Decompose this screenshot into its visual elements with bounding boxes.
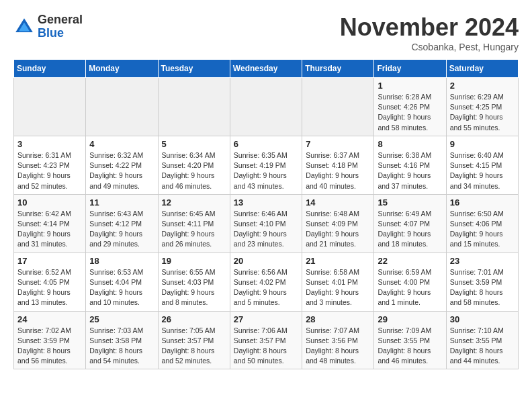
day-info: Sunrise: 6:55 AM Sunset: 4:03 PM Dayligh… <box>162 267 226 308</box>
header-cell-monday: Monday <box>86 60 158 78</box>
calendar-cell: 28Sunrise: 7:07 AM Sunset: 3:56 PM Dayli… <box>302 311 374 369</box>
day-info: Sunrise: 7:01 AM Sunset: 3:59 PM Dayligh… <box>450 267 515 308</box>
day-info: Sunrise: 6:46 AM Sunset: 4:10 PM Dayligh… <box>234 209 298 250</box>
calendar-cell: 15Sunrise: 6:49 AM Sunset: 4:07 PM Dayli… <box>374 194 446 253</box>
day-info: Sunrise: 6:45 AM Sunset: 4:11 PM Dayligh… <box>162 209 226 250</box>
calendar-cell: 11Sunrise: 6:43 AM Sunset: 4:12 PM Dayli… <box>86 194 158 253</box>
day-number: 19 <box>162 256 226 266</box>
calendar-week-row: 3Sunrise: 6:31 AM Sunset: 4:23 PM Daylig… <box>14 136 519 194</box>
day-number: 2 <box>450 81 515 91</box>
header-cell-wednesday: Wednesday <box>230 60 302 78</box>
day-info: Sunrise: 6:32 AM Sunset: 4:22 PM Dayligh… <box>89 150 154 191</box>
day-info: Sunrise: 6:50 AM Sunset: 4:06 PM Dayligh… <box>450 209 515 250</box>
calendar-cell: 29Sunrise: 7:09 AM Sunset: 3:55 PM Dayli… <box>374 311 446 369</box>
calendar-cell: 12Sunrise: 6:45 AM Sunset: 4:11 PM Dayli… <box>158 194 230 253</box>
day-number: 1 <box>378 81 442 91</box>
calendar-week-row: 17Sunrise: 6:52 AM Sunset: 4:05 PM Dayli… <box>14 253 519 311</box>
header-cell-thursday: Thursday <box>302 60 374 78</box>
day-number: 25 <box>89 314 154 324</box>
day-number: 9 <box>450 139 515 149</box>
day-number: 26 <box>162 314 226 324</box>
day-info: Sunrise: 6:38 AM Sunset: 4:16 PM Dayligh… <box>378 150 442 191</box>
calendar-cell: 30Sunrise: 7:10 AM Sunset: 3:55 PM Dayli… <box>446 311 518 369</box>
day-info: Sunrise: 6:29 AM Sunset: 4:25 PM Dayligh… <box>450 92 515 133</box>
day-info: Sunrise: 6:37 AM Sunset: 4:18 PM Dayligh… <box>306 150 370 191</box>
calendar-week-row: 24Sunrise: 7:02 AM Sunset: 3:59 PM Dayli… <box>14 311 519 369</box>
day-info: Sunrise: 6:34 AM Sunset: 4:20 PM Dayligh… <box>162 150 226 191</box>
day-number: 14 <box>306 197 370 208</box>
calendar-cell: 3Sunrise: 6:31 AM Sunset: 4:23 PM Daylig… <box>14 136 86 194</box>
day-number: 6 <box>234 139 298 149</box>
day-info: Sunrise: 6:56 AM Sunset: 4:02 PM Dayligh… <box>234 267 298 308</box>
calendar-cell: 10Sunrise: 6:42 AM Sunset: 4:14 PM Dayli… <box>14 194 86 253</box>
calendar-cell: 4Sunrise: 6:32 AM Sunset: 4:22 PM Daylig… <box>86 136 158 194</box>
day-number: 16 <box>450 197 515 208</box>
day-number: 22 <box>378 256 442 266</box>
day-info: Sunrise: 7:05 AM Sunset: 3:57 PM Dayligh… <box>162 326 226 367</box>
day-number: 4 <box>89 139 154 149</box>
calendar-cell <box>230 78 302 136</box>
day-info: Sunrise: 6:49 AM Sunset: 4:07 PM Dayligh… <box>378 209 442 250</box>
calendar-cell: 26Sunrise: 7:05 AM Sunset: 3:57 PM Dayli… <box>158 311 230 369</box>
day-info: Sunrise: 7:06 AM Sunset: 3:57 PM Dayligh… <box>234 326 298 367</box>
day-number: 20 <box>234 256 298 266</box>
calendar-cell: 9Sunrise: 6:40 AM Sunset: 4:15 PM Daylig… <box>446 136 518 194</box>
day-info: Sunrise: 6:53 AM Sunset: 4:04 PM Dayligh… <box>89 267 154 308</box>
calendar-cell: 18Sunrise: 6:53 AM Sunset: 4:04 PM Dayli… <box>86 253 158 311</box>
calendar-header-row: SundayMondayTuesdayWednesdayThursdayFrid… <box>14 60 519 78</box>
day-number: 17 <box>17 256 82 266</box>
day-number: 7 <box>306 139 370 149</box>
header: General Blue November 2024 Csobanka, Pes… <box>13 13 519 52</box>
header-cell-sunday: Sunday <box>14 60 86 78</box>
calendar-cell: 8Sunrise: 6:38 AM Sunset: 4:16 PM Daylig… <box>374 136 446 194</box>
calendar-cell <box>158 78 230 136</box>
day-number: 23 <box>450 256 515 266</box>
calendar-cell: 16Sunrise: 6:50 AM Sunset: 4:06 PM Dayli… <box>446 194 518 253</box>
calendar-cell: 1Sunrise: 6:28 AM Sunset: 4:26 PM Daylig… <box>374 78 446 136</box>
calendar-cell <box>302 78 374 136</box>
day-info: Sunrise: 6:48 AM Sunset: 4:09 PM Dayligh… <box>306 209 370 250</box>
day-number: 3 <box>17 139 82 149</box>
calendar-cell: 24Sunrise: 7:02 AM Sunset: 3:59 PM Dayli… <box>14 311 86 369</box>
day-info: Sunrise: 7:02 AM Sunset: 3:59 PM Dayligh… <box>17 326 82 367</box>
logo-text: General Blue <box>38 13 83 40</box>
calendar-cell: 17Sunrise: 6:52 AM Sunset: 4:05 PM Dayli… <box>14 253 86 311</box>
day-number: 13 <box>234 197 298 208</box>
day-number: 27 <box>234 314 298 324</box>
calendar-cell: 19Sunrise: 6:55 AM Sunset: 4:03 PM Dayli… <box>158 253 230 311</box>
day-info: Sunrise: 6:35 AM Sunset: 4:19 PM Dayligh… <box>234 150 298 191</box>
location-title: Csobanka, Pest, Hungary <box>340 42 519 52</box>
calendar-cell: 22Sunrise: 6:59 AM Sunset: 4:00 PM Dayli… <box>374 253 446 311</box>
day-info: Sunrise: 6:40 AM Sunset: 4:15 PM Dayligh… <box>450 150 515 191</box>
calendar-cell: 23Sunrise: 7:01 AM Sunset: 3:59 PM Dayli… <box>446 253 518 311</box>
day-number: 21 <box>306 256 370 266</box>
day-info: Sunrise: 6:31 AM Sunset: 4:23 PM Dayligh… <box>17 150 82 191</box>
header-cell-saturday: Saturday <box>446 60 518 78</box>
day-number: 15 <box>378 197 442 208</box>
day-info: Sunrise: 7:03 AM Sunset: 3:58 PM Dayligh… <box>89 326 154 367</box>
day-number: 18 <box>89 256 154 266</box>
calendar-cell <box>14 78 86 136</box>
header-cell-friday: Friday <box>374 60 446 78</box>
day-info: Sunrise: 6:52 AM Sunset: 4:05 PM Dayligh… <box>17 267 82 308</box>
day-info: Sunrise: 6:42 AM Sunset: 4:14 PM Dayligh… <box>17 209 82 250</box>
calendar-cell: 27Sunrise: 7:06 AM Sunset: 3:57 PM Dayli… <box>230 311 302 369</box>
day-number: 30 <box>450 314 515 324</box>
day-number: 28 <box>306 314 370 324</box>
calendar-cell: 2Sunrise: 6:29 AM Sunset: 4:25 PM Daylig… <box>446 78 518 136</box>
logo-icon <box>13 16 35 38</box>
calendar-week-row: 10Sunrise: 6:42 AM Sunset: 4:14 PM Dayli… <box>14 194 519 253</box>
calendar-cell <box>86 78 158 136</box>
day-info: Sunrise: 7:09 AM Sunset: 3:55 PM Dayligh… <box>378 326 442 367</box>
calendar-cell: 25Sunrise: 7:03 AM Sunset: 3:58 PM Dayli… <box>86 311 158 369</box>
day-info: Sunrise: 7:10 AM Sunset: 3:55 PM Dayligh… <box>450 326 515 367</box>
day-number: 29 <box>378 314 442 324</box>
logo-line2: Blue <box>38 27 83 40</box>
day-info: Sunrise: 7:07 AM Sunset: 3:56 PM Dayligh… <box>306 326 370 367</box>
day-info: Sunrise: 6:59 AM Sunset: 4:00 PM Dayligh… <box>378 267 442 308</box>
calendar-table: SundayMondayTuesdayWednesdayThursdayFrid… <box>13 59 519 369</box>
day-number: 8 <box>378 139 442 149</box>
month-title: November 2024 <box>340 13 519 42</box>
day-info: Sunrise: 6:43 AM Sunset: 4:12 PM Dayligh… <box>89 209 154 250</box>
day-number: 12 <box>162 197 226 208</box>
